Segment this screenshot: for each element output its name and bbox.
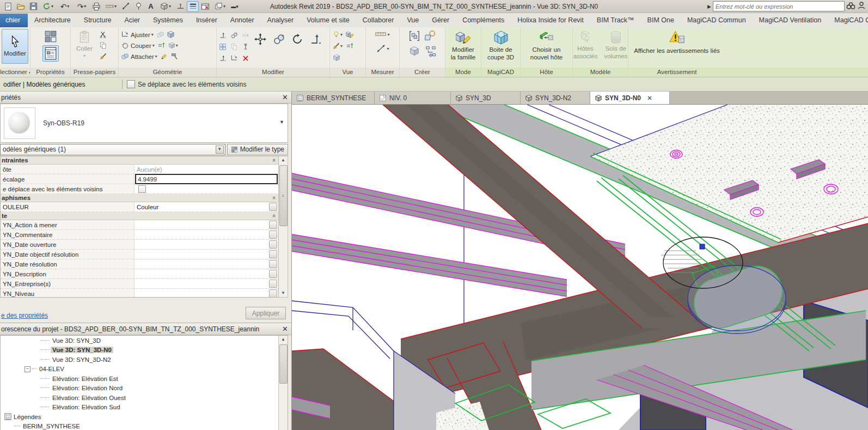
solid-cube-icon[interactable] <box>166 30 175 39</box>
match-properties-icon[interactable] <box>99 52 108 61</box>
close-hidden-windows-icon[interactable] <box>199 1 211 12</box>
view-tab-berim-synthese[interactable]: BERIM_SYNTHESE <box>292 92 375 104</box>
align-lines-icon[interactable] <box>230 54 239 63</box>
tab-bim-track[interactable]: BIM Track™ <box>590 14 641 27</box>
underlay-icon[interactable] <box>345 41 354 51</box>
view-tab-syn3d[interactable]: SYN_3D <box>451 92 521 104</box>
tree-item-view3d-active[interactable]: Vue 3D: SYN_3D-N0 <box>1 346 278 355</box>
collapse-icon[interactable]: « <box>271 159 278 162</box>
properties-help-link[interactable]: e des propriétés <box>1 312 48 319</box>
section-icon[interactable] <box>174 1 186 12</box>
panel-label-mode[interactable]: Mode <box>445 68 481 77</box>
save-icon[interactable] <box>27 1 39 12</box>
panel-label-creer[interactable]: Créer <box>400 68 445 77</box>
pin-icon[interactable] <box>241 43 250 51</box>
scroll-up-icon[interactable]: ▲ <box>281 336 285 343</box>
tree-item-elevation[interactable]: Elévation: Elévation Sud <box>1 403 278 413</box>
tree-item-elevation[interactable]: Elévation: Elévation Est <box>1 374 278 384</box>
sync-icon[interactable]: ▾ <box>40 1 56 12</box>
chevron-down-icon[interactable]: ▼ <box>279 119 284 125</box>
volume-floors-button[interactable]: Sols de volumes <box>602 29 629 62</box>
tree-item-folder[interactable]: −04-ELEV <box>1 365 278 374</box>
tab-magicad-commun[interactable]: MagiCAD Commun <box>681 14 753 27</box>
section-row[interactable]: te« <box>1 212 278 220</box>
print-icon[interactable] <box>90 1 102 12</box>
tree-item-legends[interactable]: Légendes <box>1 412 278 422</box>
tree-item-view3d[interactable]: Vue 3D: SYN_3D-N2 <box>1 355 278 365</box>
attacher-button[interactable]: Attacher <box>131 53 154 60</box>
measure-tool-icon[interactable]: ▾ <box>375 31 390 38</box>
couper-button[interactable]: Couper <box>131 43 151 49</box>
aligned-dimension-icon[interactable]: ▾ <box>375 43 389 54</box>
customize-toolbar-icon[interactable]: ▬▾ <box>229 1 241 12</box>
view-tab-syn3d-n0-active[interactable]: SYN_3D-N0 ✕ <box>590 92 670 104</box>
offset-edit-field[interactable]: 4.9499 <box>135 174 278 184</box>
panel-label-presse-papiers[interactable]: Presse-papiers <box>71 68 118 77</box>
properties-palette-button[interactable] <box>42 45 59 62</box>
property-row[interactable]: YN_Entreprise(s) <box>1 279 278 289</box>
value-button[interactable] <box>269 203 277 211</box>
move-icon[interactable] <box>253 32 267 46</box>
create-assembly-icon[interactable] <box>424 45 437 58</box>
create-group-icon[interactable] <box>408 29 421 43</box>
pick-new-host-button[interactable]: Choisir un nouvel hôte <box>522 29 571 63</box>
split-icon[interactable] <box>230 31 239 40</box>
tab-bim-one[interactable]: BIM One <box>641 14 681 27</box>
panel-label-modele[interactable]: Modèle <box>573 68 628 77</box>
panel-label-geometrie[interactable]: Géométrie <box>119 68 216 77</box>
tab-vue[interactable]: Vue <box>400 14 425 27</box>
hide-box-icon[interactable] <box>332 53 341 63</box>
property-row[interactable]: YN_Date ouverture <box>1 240 278 250</box>
tab-acier[interactable]: Acier <box>118 14 146 27</box>
panel-label-avertissement[interactable]: Avertissement <box>628 68 725 77</box>
tab-holixa[interactable]: Holixa Inside for Revit <box>511 14 590 27</box>
property-row[interactable]: YN_Commentaire <box>1 230 278 240</box>
close-icon[interactable]: ✕ <box>282 325 288 332</box>
panel-label-vue[interactable]: Vue <box>330 68 365 77</box>
tab-volume-et-site[interactable]: Volume et site <box>300 14 356 27</box>
view-tab-syn3d-n2[interactable]: SYN_3D-N2 <box>521 92 590 104</box>
modify-button[interactable]: Modifier <box>2 29 28 64</box>
3d-viewport[interactable] <box>292 105 868 430</box>
tab-gerer[interactable]: Gérer <box>425 14 456 27</box>
document-icon[interactable] <box>2 1 14 12</box>
copy-icon[interactable] <box>99 41 108 50</box>
view-tab-niv0[interactable]: NIV. 0 <box>375 92 451 104</box>
panel-label-selectionner[interactable]: lectionner ▾ <box>0 68 30 77</box>
tab-collaborer[interactable]: Collaborer <box>356 14 401 27</box>
value-button[interactable] <box>269 280 277 288</box>
property-row[interactable]: YN_Description <box>1 269 278 279</box>
scale-icon[interactable] <box>230 43 239 51</box>
value-button[interactable] <box>269 270 277 278</box>
redo-icon[interactable]: ↷▾ <box>74 1 90 12</box>
value-button[interactable] <box>269 221 277 229</box>
offset-icon[interactable] <box>157 41 166 50</box>
edit-family-button[interactable]: Modifier la famille <box>447 29 479 63</box>
paste-button[interactable]: Coller▾ <box>72 29 96 59</box>
mirror-icon[interactable] <box>309 32 323 46</box>
cut-icon[interactable] <box>99 30 108 39</box>
scroll-down-icon[interactable]: ▼ <box>281 289 285 297</box>
browser-scrollbar[interactable]: ▲ <box>278 336 288 430</box>
tag-icon[interactable] <box>132 1 144 12</box>
panel-label-modifier[interactable]: Modifier <box>217 68 329 77</box>
search-icon[interactable] <box>846 1 855 12</box>
edit-type-button[interactable]: Modifier le type <box>227 144 288 155</box>
value-button[interactable] <box>269 260 277 268</box>
property-row[interactable]: YN_Action à mener <box>1 220 278 230</box>
tab-systemes[interactable]: Systèmes <box>146 14 190 27</box>
property-row[interactable]: e déplace avec les éléments voisins <box>1 184 278 194</box>
tab-complements[interactable]: Compléments <box>456 14 511 27</box>
tree-item-legend-child[interactable]: BERIM_SYNTHESE <box>1 422 278 430</box>
collapse-icon[interactable]: « <box>271 214 278 217</box>
property-row[interactable]: ôteAucun(e) <box>1 165 278 174</box>
section-row[interactable]: ntraintes« <box>1 156 278 165</box>
create-parts-icon[interactable] <box>408 45 421 58</box>
render-icon[interactable] <box>345 30 354 39</box>
scroll-thumb[interactable] <box>279 344 288 384</box>
scroll-up-icon[interactable]: ▲ <box>281 156 285 164</box>
section-box-button[interactable]: Boite de coupe 3D <box>483 29 518 63</box>
close-view-icon[interactable]: ✕ <box>647 94 652 102</box>
create-similar-icon[interactable] <box>424 29 437 43</box>
tab-analyser[interactable]: Analyser <box>261 14 301 27</box>
